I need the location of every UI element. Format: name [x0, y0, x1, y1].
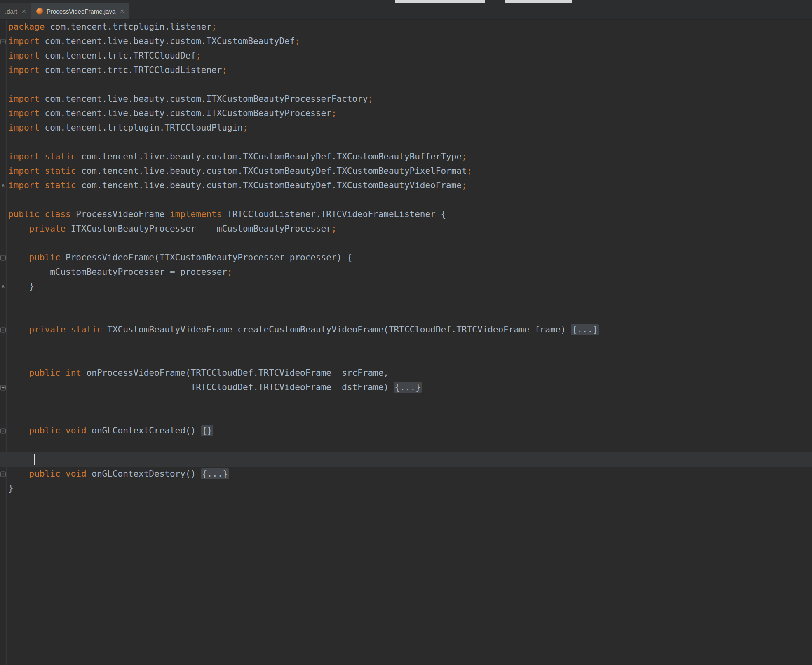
code-token: com.tencent.trtc.TRTCCloudDef	[40, 51, 196, 61]
code-text: import com.tencent.trtc.TRTCCloudListene…	[7, 63, 227, 77]
code-line[interactable]: import com.tencent.live.beauty.custom.IT…	[0, 106, 812, 121]
code-line[interactable]	[0, 395, 812, 409]
gutter	[0, 121, 7, 135]
code-line[interactable]: + public void onGLContextCreated() {}	[0, 424, 812, 438]
gutter: −	[0, 34, 7, 49]
code-token: com.tencent.live.beauty.custom.TXCustomB…	[76, 166, 467, 176]
code-line[interactable]: import com.tencent.trtc.TRTCCloudListene…	[0, 63, 812, 77]
fold-minus-icon[interactable]: −	[0, 39, 6, 44]
code-line[interactable]: ∧ }	[0, 279, 812, 294]
code-text	[7, 308, 8, 323]
code-line[interactable]: public int onProcessVideoFrame(TRTCCloud…	[0, 366, 812, 380]
code-text: mCustomBeautyProcesser = processer;	[7, 265, 232, 279]
keyword-token: import	[8, 65, 40, 75]
code-line[interactable]: −import com.tencent.live.beauty.custom.T…	[0, 34, 812, 49]
close-icon[interactable]: ×	[120, 8, 124, 15]
code-token: com.tencent.live.beauty.custom.TXCustomB…	[76, 180, 462, 190]
code-lines: package com.tencent.trtcplugin.listener;…	[0, 20, 812, 496]
keyword-token: public	[29, 253, 61, 262]
keyword-token: ;	[462, 152, 467, 162]
keyword-token: import	[8, 36, 40, 46]
code-line[interactable]: mCustomBeautyProcesser = processer;	[0, 265, 812, 279]
code-text: import com.tencent.trtc.TRTCCloudDef;	[7, 49, 201, 63]
code-line[interactable]	[0, 294, 812, 308]
gutter: ∧	[0, 178, 7, 193]
fold-plus-icon[interactable]: +	[0, 385, 6, 390]
code-line[interactable]: package com.tencent.trtcplugin.listener;	[0, 20, 812, 34]
code-text	[7, 236, 8, 251]
tab-dart[interactable]: .dart ×	[0, 3, 31, 19]
keyword-token: ;	[462, 180, 467, 190]
code-token: ProcessVideoFrame(ITXCustomBeautyProcess…	[60, 253, 352, 262]
code-line[interactable]: private ITXCustomBeautyProcesser mCustom…	[0, 222, 812, 236]
code-token: }	[8, 281, 34, 291]
code-line[interactable]: import com.tencent.live.beauty.custom.IT…	[0, 92, 812, 106]
code-line[interactable]: import static com.tencent.live.beauty.cu…	[0, 164, 812, 178]
keyword-token: ;	[295, 36, 300, 46]
fold-end-icon[interactable]: ∧	[0, 284, 6, 289]
folded-code-placeholder[interactable]: {...}	[201, 468, 229, 479]
code-line[interactable]: import com.tencent.trtc.TRTCCloudDef;	[0, 49, 812, 63]
gutter	[0, 20, 7, 34]
fold-end-icon[interactable]: ∧	[0, 183, 6, 188]
tab-label: ProcessVideoFrame.java	[47, 8, 115, 15]
folded-code-placeholder[interactable]: {...}	[394, 382, 422, 393]
code-token	[8, 469, 29, 479]
ide-window: .dart × ProcessVideoFrame.java × package…	[0, 0, 812, 665]
code-line[interactable]	[0, 337, 812, 351]
code-line[interactable]: import static com.tencent.live.beauty.cu…	[0, 150, 812, 164]
code-line[interactable]	[0, 193, 812, 207]
code-text: public ProcessVideoFrame(ITXCustomBeauty…	[7, 251, 352, 265]
keyword-token: import static	[8, 180, 76, 190]
tab-processvideoframe-java[interactable]: ProcessVideoFrame.java ×	[31, 3, 129, 19]
code-line[interactable]	[0, 135, 812, 150]
code-token: onProcessVideoFrame(TRTCCloudDef.TRTCVid…	[81, 368, 389, 378]
code-line[interactable]	[0, 409, 812, 424]
gutter	[0, 150, 7, 164]
fold-plus-icon[interactable]: +	[0, 327, 6, 332]
keyword-token: ;	[227, 267, 232, 277]
code-line[interactable]: + public void onGLContextDestory() {...}	[0, 467, 812, 481]
folded-code-placeholder[interactable]: {}	[201, 425, 213, 436]
code-line[interactable]	[0, 452, 812, 467]
code-line[interactable]: public class ProcessVideoFrame implement…	[0, 207, 812, 222]
code-text: TRTCCloudDef.TRTCVideoFrame dstFrame) {.…	[7, 380, 422, 395]
keyword-token: ;	[331, 224, 337, 234]
gutter	[0, 236, 7, 251]
fold-plus-icon[interactable]: +	[0, 471, 6, 477]
keyword-token: import static	[8, 152, 76, 162]
keyword-token: public void	[29, 469, 87, 479]
code-editor[interactable]: package com.tencent.trtcplugin.listener;…	[0, 20, 812, 665]
code-line[interactable]	[0, 77, 812, 92]
gutter: ∧	[0, 279, 7, 294]
gutter: +	[0, 467, 7, 481]
text-caret	[34, 454, 35, 465]
code-line[interactable]: + TRTCCloudDef.TRTCVideoFrame dstFrame) …	[0, 380, 812, 395]
code-line[interactable]	[0, 236, 812, 251]
gutter	[0, 63, 7, 77]
code-text: import com.tencent.trtcplugin.TRTCCloudP…	[7, 121, 248, 135]
code-line[interactable]: ∧import static com.tencent.live.beauty.c…	[0, 178, 812, 193]
code-line[interactable]: import com.tencent.trtcplugin.TRTCCloudP…	[0, 121, 812, 135]
code-line[interactable]: − public ProcessVideoFrame(ITXCustomBeau…	[0, 251, 812, 265]
code-token: ProcessVideoFrame	[71, 209, 170, 219]
code-line[interactable]: }	[0, 481, 812, 496]
code-line[interactable]	[0, 308, 812, 323]
code-token: com.tencent.live.beauty.custom.ITXCustom…	[40, 108, 331, 118]
gutter: +	[0, 380, 7, 395]
keyword-token: ;	[331, 108, 337, 118]
close-icon[interactable]: ×	[22, 8, 26, 15]
code-line[interactable]: + private static TXCustomBeautyVideoFram…	[0, 323, 812, 337]
code-text	[7, 351, 8, 366]
gutter	[0, 207, 7, 222]
code-token: }	[8, 483, 14, 493]
fold-minus-icon[interactable]: −	[0, 255, 6, 260]
keyword-token: implements	[170, 209, 222, 219]
code-line[interactable]	[0, 438, 812, 452]
fold-plus-icon[interactable]: +	[0, 428, 6, 433]
keyword-token: ;	[368, 94, 373, 104]
java-class-icon	[36, 8, 43, 15]
code-line[interactable]	[0, 351, 812, 366]
folded-code-placeholder[interactable]: {...}	[571, 324, 598, 335]
code-token	[8, 454, 34, 464]
